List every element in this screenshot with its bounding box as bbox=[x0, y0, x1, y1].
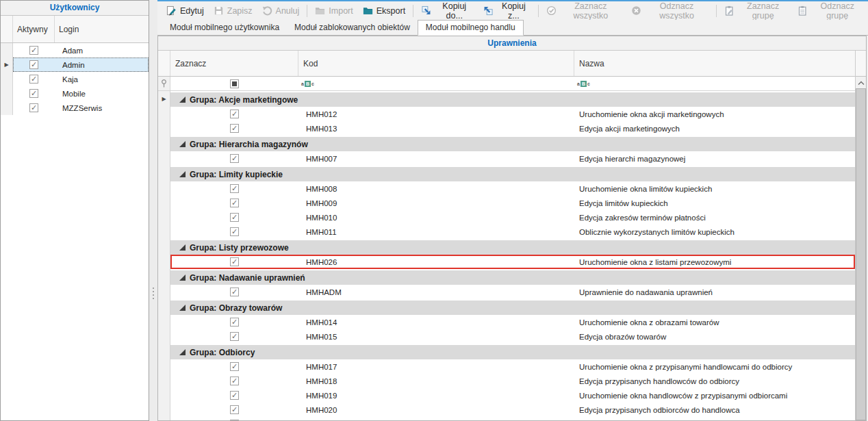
permission-row[interactable]: HMH011Oblicznie wykorzystanych limitów k… bbox=[158, 225, 855, 239]
zapisz-button[interactable]: Zapisz bbox=[209, 3, 257, 19]
permission-row[interactable]: HMH017Uruchomienie okna z przypisanymi h… bbox=[158, 359, 855, 374]
user-row[interactable]: Mobile bbox=[1, 86, 149, 101]
group-header[interactable]: Grupa: Listy przewozowe bbox=[170, 239, 855, 255]
group-row[interactable]: Grupa: Hierarchia magazynów bbox=[158, 136, 855, 151]
anuluj-button[interactable]: Anuluj bbox=[257, 3, 305, 19]
group-header[interactable]: Grupa: Akcje marketingowe bbox=[170, 91, 855, 107]
permission-checkbox[interactable] bbox=[230, 257, 239, 266]
group-header[interactable]: Grupa: Nadawanie uprawnień bbox=[170, 269, 855, 285]
permission-checkbox[interactable] bbox=[230, 377, 239, 385]
permission-row[interactable]: HMH014Uruchomienie okna z obrazami towar… bbox=[158, 315, 855, 329]
users-col-login[interactable]: Login bbox=[55, 16, 149, 42]
odznacz-wszystko-button[interactable]: Odznacz wszystko bbox=[626, 3, 713, 19]
panel-splitter[interactable] bbox=[149, 0, 157, 421]
group-row[interactable]: Grupa: Odbiorcy bbox=[158, 344, 855, 359]
toolbar-separator bbox=[413, 5, 413, 17]
zaznacz-cell bbox=[170, 403, 298, 417]
collapse-group-icon[interactable] bbox=[179, 349, 186, 355]
group-row[interactable]: ▶Grupa: Akcje marketingowe bbox=[158, 91, 855, 107]
scroll-up-button[interactable] bbox=[856, 77, 866, 88]
group-header[interactable]: Grupa: Odbiorcy bbox=[170, 344, 855, 359]
import-button[interactable]: Import bbox=[310, 3, 357, 19]
group-header[interactable]: Grupa: Limity kupieckie bbox=[170, 166, 855, 181]
active-checkbox[interactable] bbox=[29, 75, 38, 84]
login-cell[interactable]: Kaja bbox=[55, 72, 149, 86]
permission-checkbox[interactable] bbox=[230, 110, 239, 118]
permission-row[interactable]: HMH007Edycja hierarchi magazynowej bbox=[158, 151, 855, 166]
vertical-scrollbar[interactable] bbox=[855, 51, 866, 420]
users-col-aktywny[interactable]: Aktywny bbox=[13, 16, 55, 42]
indeterminate-checkbox[interactable] bbox=[230, 79, 239, 88]
tab-modul-zablokowanych-obiektow[interactable]: Moduł zablokowanych obiektów bbox=[287, 21, 418, 35]
collapse-group-icon[interactable] bbox=[179, 171, 186, 177]
user-row[interactable]: Kaja bbox=[1, 72, 149, 86]
login-cell[interactable]: Adam bbox=[55, 43, 149, 58]
permission-checkbox[interactable] bbox=[230, 213, 239, 222]
col-zaznacz[interactable]: Zaznacz bbox=[170, 51, 298, 76]
group-row[interactable]: Grupa: Nadawanie uprawnień bbox=[158, 269, 855, 285]
active-checkbox[interactable] bbox=[29, 46, 38, 55]
filter-zaznacz-cell[interactable] bbox=[170, 77, 298, 90]
permission-checkbox[interactable] bbox=[230, 227, 239, 236]
permission-checkbox[interactable] bbox=[230, 420, 239, 420]
permission-checkbox[interactable] bbox=[230, 288, 239, 296]
permission-row[interactable]: HMH008Uruchomienie okna limitów kupiecki… bbox=[158, 181, 855, 196]
collapse-group-icon[interactable] bbox=[179, 141, 186, 147]
permission-cells: HMH018Edycja przypisanych handlowców do … bbox=[170, 374, 855, 388]
permission-checkbox[interactable] bbox=[230, 362, 239, 371]
group-header[interactable]: Grupa: Hierarchia magazynów bbox=[170, 136, 855, 151]
permission-row[interactable]: HMH024Grupowe przypisanie handlowca do o… bbox=[158, 417, 855, 420]
user-row[interactable]: Adam bbox=[1, 43, 149, 58]
collapse-group-icon[interactable] bbox=[179, 244, 186, 251]
group-header[interactable]: Grupa: Obrazy towarów bbox=[170, 299, 855, 315]
user-row[interactable]: ▶Admin bbox=[1, 58, 149, 72]
permission-checkbox[interactable] bbox=[230, 391, 239, 400]
scrollbar-thumb[interactable] bbox=[856, 88, 866, 420]
user-row[interactable]: MZZSerwis bbox=[1, 101, 149, 115]
login-cell[interactable]: Mobile bbox=[55, 86, 149, 101]
group-row[interactable]: Grupa: Limity kupieckie bbox=[158, 166, 855, 181]
collapse-group-icon[interactable] bbox=[179, 275, 186, 281]
permission-row[interactable]: HMHADMUprawnienie do nadawania uprawnień bbox=[158, 285, 855, 299]
col-kod[interactable]: Kod bbox=[298, 51, 574, 76]
group-row[interactable]: Grupa: Listy przewozowe bbox=[158, 239, 855, 255]
tab-modul-mobilnego-uzytkownika[interactable]: Moduł mobilnego użytkownika bbox=[162, 21, 287, 35]
permission-checkbox[interactable] bbox=[230, 332, 239, 341]
active-checkbox[interactable] bbox=[29, 89, 38, 98]
zaznacz-grupe-button[interactable]: Zaznacz grupę bbox=[719, 3, 793, 19]
odznacz-grupe-button[interactable]: Odznacz grupę bbox=[793, 3, 868, 19]
filter-nazwa-cell[interactable]: aBc bbox=[574, 77, 855, 90]
edytuj-button[interactable]: Edytuj bbox=[162, 3, 209, 19]
collapse-group-icon[interactable] bbox=[179, 305, 186, 311]
permission-row[interactable]: HMH018Edycja przypisanych handlowców do … bbox=[158, 374, 855, 388]
kopiuj-z-button[interactable]: Kopiuj z... bbox=[478, 3, 535, 19]
permission-checkbox[interactable] bbox=[230, 405, 239, 414]
permission-row[interactable]: HMH013Edycja akcji marketingowych bbox=[158, 121, 855, 136]
eksport-button[interactable]: Eksport bbox=[358, 3, 410, 19]
permission-row[interactable]: HMH010Edycja zakresów terminów płatności bbox=[158, 210, 855, 225]
login-cell[interactable]: Admin bbox=[55, 58, 149, 72]
permission-checkbox[interactable] bbox=[230, 199, 239, 207]
permission-row[interactable]: HMH019Uruchomienie okna handlowców z prz… bbox=[158, 388, 855, 403]
permission-row[interactable]: HMH026Uruchomienie okna z listami przewo… bbox=[158, 255, 855, 269]
permission-checkbox[interactable] bbox=[230, 124, 239, 133]
col-nazwa[interactable]: Nazwa bbox=[574, 51, 855, 76]
permission-cells: HMH012Uruchomienie okna akcji marketingo… bbox=[170, 107, 855, 121]
kopiuj-do-button[interactable]: Kopiuj do... bbox=[416, 3, 478, 19]
active-checkbox[interactable] bbox=[29, 103, 38, 112]
scrollbar-track[interactable] bbox=[856, 88, 866, 420]
permission-checkbox[interactable] bbox=[230, 184, 239, 193]
tab-modul-mobilnego-handlu[interactable]: Moduł mobilnego handlu bbox=[418, 20, 524, 36]
permission-row[interactable]: HMH009Edycja limitów kupieckich bbox=[158, 196, 855, 210]
active-checkbox[interactable] bbox=[29, 60, 38, 69]
permission-row[interactable]: HMH020Edycja przypisanych odbiorców do h… bbox=[158, 403, 855, 417]
filter-kod-cell[interactable]: aBc bbox=[298, 77, 574, 90]
permission-checkbox[interactable] bbox=[230, 154, 239, 163]
permission-row[interactable]: HMH012Uruchomienie okna akcji marketingo… bbox=[158, 107, 855, 121]
group-row[interactable]: Grupa: Obrazy towarów bbox=[158, 299, 855, 315]
permission-row[interactable]: HMH015Edycja obrazów towarów bbox=[158, 329, 855, 344]
zaznacz-wszystko-button[interactable]: Zaznacz wszystko bbox=[541, 3, 627, 19]
login-cell[interactable]: MZZSerwis bbox=[55, 101, 149, 115]
permission-checkbox[interactable] bbox=[230, 318, 239, 327]
collapse-group-icon[interactable] bbox=[179, 97, 186, 103]
